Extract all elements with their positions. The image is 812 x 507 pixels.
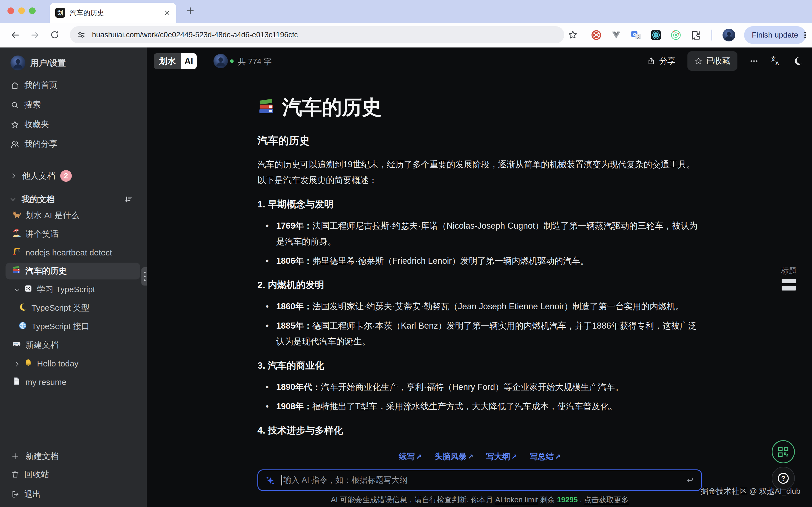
- doc-h2[interactable]: 汽车的历史: [257, 134, 702, 148]
- url-text: huashuiai.com/work/c0e02449-523d-48dc-a4…: [92, 31, 298, 39]
- token-limit-link[interactable]: AI token limit: [495, 496, 538, 504]
- sidebar-item-others-docs[interactable]: 他人文档 2: [0, 169, 147, 183]
- doc-label: TypeScript 接口: [32, 321, 90, 332]
- bullet-item[interactable]: 1885年：德国工程师卡尔·本茨（Karl Benz）发明了第一辆实用的内燃机汽…: [257, 318, 702, 349]
- sidebar-logout[interactable]: 退出: [0, 488, 147, 501]
- extension-vue-icon[interactable]: [610, 29, 622, 41]
- window-close-button[interactable]: [7, 7, 14, 14]
- doc-header: 划水 AI 共 774 字 分享 已收藏: [147, 48, 812, 74]
- user-avatar[interactable]: [10, 56, 25, 70]
- books-emoji: [257, 98, 276, 116]
- chevron-right-icon[interactable]: [10, 172, 17, 179]
- extension-translate-icon[interactable]: G文: [630, 29, 642, 41]
- sidebar-user-settings[interactable]: 用户/设置: [0, 54, 147, 72]
- share-button[interactable]: 分享: [647, 56, 675, 66]
- doc-emoji: [12, 340, 21, 350]
- logout-label: 退出: [24, 489, 41, 500]
- bullet-item[interactable]: 1860年：法国发明家让·约瑟夫·艾蒂安·勒努瓦（Jean Joseph Eti…: [257, 298, 702, 314]
- sidebar-item-home[interactable]: 我的首页: [0, 78, 147, 92]
- quick-action-3[interactable]: 写大纲↗: [486, 451, 517, 462]
- bullet-item[interactable]: 1806年：弗里德里希·德莱斯（Friedrich Lenoir）发明了第一辆内…: [257, 253, 702, 269]
- sidebar-doc-my-resume[interactable]: my resume: [0, 373, 147, 391]
- back-icon[interactable]: [10, 30, 20, 40]
- browser-profile-avatar[interactable]: [722, 29, 735, 42]
- theme-toggle-moon-icon[interactable]: [793, 56, 802, 66]
- svg-text:文: 文: [637, 35, 641, 39]
- enter-icon[interactable]: [685, 476, 694, 485]
- doc-emoji: [24, 284, 33, 295]
- site-settings-icon[interactable]: [76, 30, 86, 40]
- quick-action-2[interactable]: 头脑风暴↗: [434, 451, 473, 462]
- sidebar-new-doc-button[interactable]: 新建文档: [0, 448, 147, 464]
- favorited-button[interactable]: 已收藏: [688, 51, 738, 71]
- chevron-down-icon[interactable]: [9, 196, 16, 203]
- sidebar-item-favorites[interactable]: 收藏夹: [0, 117, 147, 131]
- doc-title[interactable]: 汽车的历史: [257, 96, 702, 119]
- new-tab-button[interactable]: [185, 6, 195, 15]
- sidebar-item-my-shares[interactable]: 我的分享: [0, 137, 147, 151]
- ai-disclaimer: AI 可能会生成错误信息，请自行检查判断. 你本月 AI token limit…: [257, 495, 702, 505]
- sidebar-doc-typescript-interface[interactable]: TypeScript 接口: [0, 317, 147, 336]
- trash-icon: [11, 470, 19, 478]
- outline-indicator[interactable]: 标题: [775, 266, 803, 290]
- qr-code-button[interactable]: [772, 440, 795, 463]
- extension-ionic-icon[interactable]: [670, 29, 682, 41]
- extension-react-icon[interactable]: [650, 29, 662, 41]
- outline-bar[interactable]: [781, 286, 796, 290]
- browser-tab[interactable]: 划 汽车的历史: [50, 3, 176, 23]
- sort-icon[interactable]: [124, 195, 132, 204]
- sidebar-item-label: 我的分享: [24, 138, 57, 150]
- sidebar-doc-car-history[interactable]: 汽车的历史: [0, 262, 147, 280]
- chevron-down-icon[interactable]: [14, 285, 20, 294]
- finish-update-button[interactable]: Finish update: [744, 26, 806, 44]
- toolbar-divider: [711, 30, 712, 41]
- more-options-icon[interactable]: [750, 57, 758, 65]
- doc-emoji: [12, 210, 21, 221]
- sidebar-doc-hello-today[interactable]: Hello today: [0, 354, 147, 373]
- section-heading[interactable]: 4. 技术进步与多样化: [257, 424, 702, 437]
- sidebar-trash[interactable]: 回收站: [0, 467, 147, 481]
- sidebar-doc-nodejs-heartbeat-detect[interactable]: nodejs heartbeat detect: [0, 243, 147, 262]
- refresh-icon[interactable]: [50, 30, 60, 40]
- doc-label: Hello today: [37, 359, 78, 369]
- outline-bar[interactable]: [781, 279, 796, 283]
- quick-action-1[interactable]: 续写↗: [399, 451, 422, 462]
- doc-emoji: [12, 229, 21, 239]
- ai-sparkle-icon: [265, 475, 275, 485]
- bullet-item[interactable]: 1890年代：汽车开始商业化生产，亨利·福特（Henry Ford）等企业家开始…: [257, 379, 702, 395]
- quick-action-4[interactable]: 写总结↗: [530, 451, 561, 462]
- forward-icon[interactable]: [30, 30, 40, 40]
- window-zoom-button[interactable]: [29, 7, 36, 14]
- trash-label: 回收站: [24, 469, 49, 480]
- extension-puzzle-icon[interactable]: [690, 29, 702, 41]
- section-heading[interactable]: 1. 早期概念与发明: [257, 198, 702, 211]
- doc-emoji: [24, 358, 33, 369]
- ai-command-input[interactable]: 输入 AI 指令，如：根据标题写大纲: [257, 469, 702, 491]
- section-heading[interactable]: 3. 汽车的商业化: [257, 359, 702, 372]
- tab-close-icon[interactable]: [163, 9, 171, 16]
- bookmark-star-icon[interactable]: [568, 30, 578, 40]
- get-more-link[interactable]: 点击获取更多: [584, 496, 629, 504]
- sidebar-doc-what-is-huashui-ai[interactable]: 划水 AI 是什么: [0, 206, 147, 225]
- sidebar-doc-new-doc-van[interactable]: 新建文档: [0, 336, 147, 354]
- sidebar-doc-learn-typescript[interactable]: 学习 TypeScript: [0, 280, 147, 299]
- sidebar-doc-typescript-types[interactable]: TypeScript 类型: [0, 299, 147, 317]
- bullet-item[interactable]: 1769年：法国工程师尼古拉斯·约瑟夫·库诺（Nicolas-Joseph Cu…: [257, 218, 702, 249]
- chevron-right-icon[interactable]: [14, 359, 20, 369]
- window-minimize-button[interactable]: [18, 7, 25, 14]
- doc-intro[interactable]: 汽车的历史可以追溯到19世纪末，经历了多个重要的发展阶段，逐渐从简单的机械装置演…: [257, 157, 702, 188]
- translate-icon[interactable]: [770, 56, 780, 66]
- extension-juejin-icon[interactable]: [591, 29, 602, 41]
- browser-menu-icon[interactable]: [800, 31, 810, 40]
- bullet-item[interactable]: 1908年：福特推出了T型车，采用流水线生产方式，大大降低了汽车成本，使汽车普及…: [257, 398, 702, 414]
- doc-label: 汽车的历史: [25, 265, 67, 277]
- sidebar-item-search[interactable]: 搜索: [0, 98, 147, 112]
- section-heading[interactable]: 2. 内燃机的发明: [257, 279, 702, 291]
- bullet-list: 1860年：法国发明家让·约瑟夫·艾蒂安·勒努瓦（Jean Joseph Eti…: [257, 298, 702, 349]
- sidebar-item-my-docs[interactable]: 我的文档: [0, 192, 147, 206]
- url-bar[interactable]: huashuiai.com/work/c0e02449-523d-48dc-a4…: [70, 26, 564, 43]
- doc-emoji: [18, 321, 27, 332]
- sidebar-doc-tell-a-joke[interactable]: 讲个笑话: [0, 225, 147, 243]
- question-icon: [777, 472, 790, 485]
- document: 汽车的历史 汽车的历史 汽车的历史可以追溯到19世纪末，经历了多个重要的发展阶段…: [257, 74, 702, 444]
